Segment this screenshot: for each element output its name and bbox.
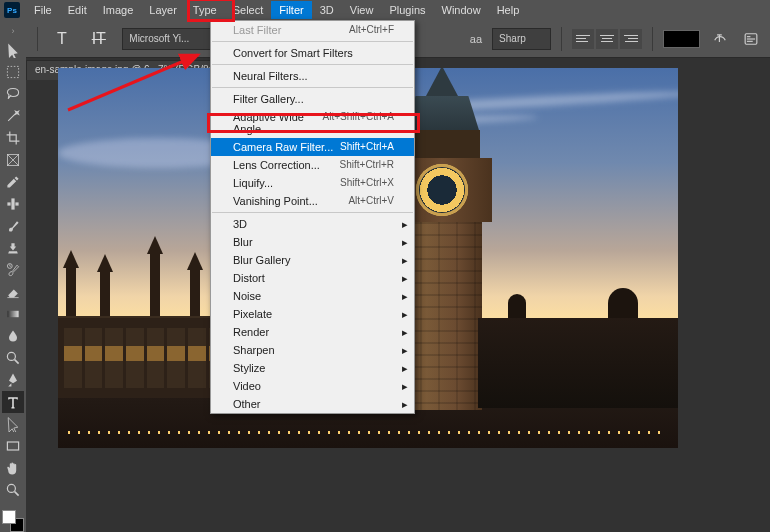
submenu-arrow-icon: ▸ [402,362,408,375]
menu-separator [212,87,413,88]
character-panel-button[interactable] [741,29,762,49]
menu-separator [212,64,413,65]
svg-rect-2 [747,38,755,39]
menu-item-convert-for-smart-filters[interactable]: Convert for Smart Filters [211,44,414,62]
rectangle-tool[interactable] [2,435,24,457]
menu-item-label: 3D [233,218,247,230]
menu-separator [212,212,413,213]
menu-item-noise[interactable]: Noise▸ [211,287,414,305]
menu-view[interactable]: View [342,1,382,19]
menu-item-other[interactable]: Other▸ [211,395,414,413]
menu-item-label: Last Filter [233,24,281,36]
menu-item-neural-filters[interactable]: Neural Filters... [211,67,414,85]
menu-item-label: Other [233,398,261,410]
menu-item-adaptive-wide-angle[interactable]: Adaptive Wide Angle...Alt+Shift+Ctrl+A [211,108,414,138]
align-center-button[interactable] [596,29,618,49]
font-family-dropdown[interactable]: Microsoft Yi... [122,28,215,50]
menu-item-label: Convert for Smart Filters [233,47,353,59]
menu-bar: Ps FileEditImageLayerTypeSelectFilter3DV… [0,0,770,20]
hand-tool[interactable] [2,457,24,479]
submenu-arrow-icon: ▸ [402,272,408,285]
svg-line-18 [68,55,198,110]
menu-item-label: Lens Correction... [233,159,320,171]
menu-help[interactable]: Help [489,1,528,19]
menu-item-blur-gallery[interactable]: Blur Gallery▸ [211,251,414,269]
menu-item-shortcut: Alt+Ctrl+V [348,195,394,207]
menu-item-video[interactable]: Video▸ [211,377,414,395]
frame-tool[interactable] [2,149,24,171]
menu-item-label: Adaptive Wide Angle... [233,111,323,135]
move-tool[interactable] [2,39,24,61]
eyedropper-tool[interactable] [2,171,24,193]
menu-item-shortcut: Shift+Ctrl+R [340,159,394,171]
warp-text-button[interactable] [710,29,731,49]
menu-item-label: Blur Gallery [233,254,290,266]
menu-item-shortcut: Shift+Ctrl+X [340,177,394,189]
type-tool[interactable] [2,391,24,413]
menu-item-render[interactable]: Render▸ [211,323,414,341]
align-left-button[interactable] [572,29,594,49]
menu-filter[interactable]: Filter [271,1,311,19]
color-swatches[interactable] [2,510,24,532]
text-align-group [572,29,642,49]
submenu-arrow-icon: ▸ [402,380,408,393]
menu-item-lens-correction[interactable]: Lens Correction...Shift+Ctrl+R [211,156,414,174]
menu-item-stylize[interactable]: Stylize▸ [211,359,414,377]
menu-item-shortcut: Alt+Shift+Ctrl+A [323,111,394,135]
menu-image[interactable]: Image [95,1,142,19]
menu-edit[interactable]: Edit [60,1,95,19]
menu-item-distort[interactable]: Distort▸ [211,269,414,287]
align-right-button[interactable] [620,29,642,49]
foreground-color[interactable] [2,510,16,524]
menu-item-vanishing-point[interactable]: Vanishing Point...Alt+Ctrl+V [211,192,414,210]
menu-window[interactable]: Window [434,1,489,19]
menu-item-3d[interactable]: 3D▸ [211,215,414,233]
menu-item-shortcut: Shift+Ctrl+A [340,141,394,153]
svg-line-14 [15,360,19,364]
menu-item-pixelate[interactable]: Pixelate▸ [211,305,414,323]
gradient-tool[interactable] [2,303,24,325]
toolbar-toggle[interactable]: › [3,26,23,36]
crop-tool[interactable] [2,127,24,149]
healing-brush-tool[interactable] [2,193,24,215]
dodge-tool[interactable] [2,347,24,369]
menu-item-label: Liquify... [233,177,273,189]
menu-item-label: Sharpen [233,344,275,356]
menu-3d[interactable]: 3D [312,1,342,19]
annotation-arrow [58,50,218,120]
menu-item-liquify[interactable]: Liquify...Shift+Ctrl+X [211,174,414,192]
blur-tool[interactable] [2,325,24,347]
antialias-dropdown[interactable]: Sharp [492,28,551,50]
menu-plugins[interactable]: Plugins [381,1,433,19]
clone-stamp-tool[interactable] [2,237,24,259]
menu-item-shortcut: Alt+Ctrl+F [349,24,394,36]
type-tool-indicator: T [48,28,75,50]
zoom-tool[interactable] [2,479,24,501]
menu-item-blur[interactable]: Blur▸ [211,233,414,251]
marquee-tool[interactable] [2,61,24,83]
lasso-tool[interactable] [2,83,24,105]
menu-item-label: Neural Filters... [233,70,308,82]
menu-item-filter-gallery[interactable]: Filter Gallery... [211,90,414,108]
menu-item-camera-raw-filter[interactable]: Camera Raw Filter...Shift+Ctrl+A [211,138,414,156]
submenu-arrow-icon: ▸ [402,326,408,339]
menu-file[interactable]: File [26,1,60,19]
brush-tool[interactable] [2,215,24,237]
history-brush-tool[interactable] [2,259,24,281]
menu-item-label: Camera Raw Filter... [233,141,333,153]
svg-line-17 [15,492,19,496]
submenu-arrow-icon: ▸ [402,218,408,231]
menu-item-label: Distort [233,272,265,284]
menu-layer[interactable]: Layer [141,1,185,19]
pen-tool[interactable] [2,369,24,391]
menu-select[interactable]: Select [225,1,272,19]
orientation-toggle[interactable]: IT [85,28,112,50]
eraser-tool[interactable] [2,281,24,303]
menu-item-sharpen[interactable]: Sharpen▸ [211,341,414,359]
menu-type[interactable]: Type [185,1,225,19]
path-select-tool[interactable] [2,413,24,435]
svg-point-16 [7,484,15,492]
text-color-swatch[interactable] [663,30,700,48]
svg-rect-1 [747,36,751,37]
magic-wand-tool[interactable] [2,105,24,127]
